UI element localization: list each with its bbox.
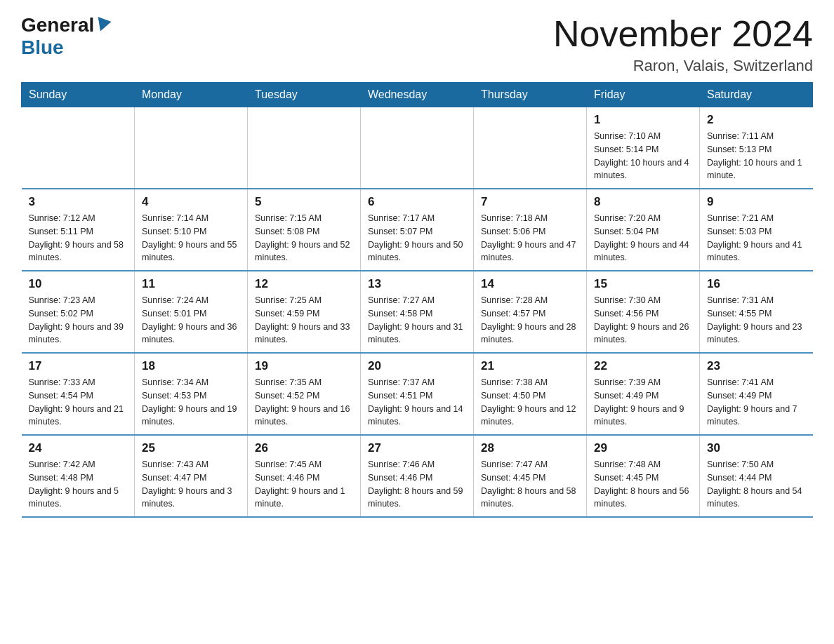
day-number: 27 [368, 441, 466, 455]
calendar-cell: 12Sunrise: 7:25 AMSunset: 4:59 PMDayligh… [248, 271, 361, 353]
day-number: 23 [707, 359, 806, 373]
day-number: 25 [142, 441, 240, 455]
calendar-week-2: 3Sunrise: 7:12 AMSunset: 5:11 PMDaylight… [22, 189, 813, 271]
day-number: 18 [142, 359, 240, 373]
calendar-cell: 3Sunrise: 7:12 AMSunset: 5:11 PMDaylight… [22, 189, 135, 271]
calendar-cell: 7Sunrise: 7:18 AMSunset: 5:06 PMDaylight… [474, 189, 587, 271]
day-info: Sunrise: 7:31 AMSunset: 4:55 PMDaylight:… [707, 294, 806, 347]
day-info: Sunrise: 7:10 AMSunset: 5:14 PMDaylight:… [594, 130, 692, 182]
calendar-cell [474, 107, 587, 189]
day-number: 14 [481, 277, 579, 291]
day-info: Sunrise: 7:45 AMSunset: 4:46 PMDaylight:… [255, 458, 353, 511]
day-number: 17 [29, 359, 128, 373]
day-info: Sunrise: 7:43 AMSunset: 4:47 PMDaylight:… [142, 458, 240, 511]
day-info: Sunrise: 7:41 AMSunset: 4:49 PMDaylight:… [707, 376, 806, 429]
day-number: 3 [29, 195, 128, 209]
day-info: Sunrise: 7:34 AMSunset: 4:53 PMDaylight:… [142, 376, 240, 429]
day-number: 11 [142, 277, 240, 291]
calendar-cell: 4Sunrise: 7:14 AMSunset: 5:10 PMDaylight… [135, 189, 248, 271]
calendar-cell: 28Sunrise: 7:47 AMSunset: 4:45 PMDayligh… [474, 435, 587, 517]
calendar-cell: 15Sunrise: 7:30 AMSunset: 4:56 PMDayligh… [587, 271, 700, 353]
logo-blue-text: Blue [21, 36, 64, 59]
day-info: Sunrise: 7:27 AMSunset: 4:58 PMDaylight:… [368, 294, 466, 347]
day-info: Sunrise: 7:33 AMSunset: 4:54 PMDaylight:… [29, 376, 128, 429]
calendar-cell: 1Sunrise: 7:10 AMSunset: 5:14 PMDaylight… [587, 107, 700, 189]
day-info: Sunrise: 7:30 AMSunset: 4:56 PMDaylight:… [594, 294, 692, 347]
day-info: Sunrise: 7:24 AMSunset: 5:01 PMDaylight:… [142, 294, 240, 347]
calendar-cell: 19Sunrise: 7:35 AMSunset: 4:52 PMDayligh… [248, 353, 361, 435]
calendar-cell: 9Sunrise: 7:21 AMSunset: 5:03 PMDaylight… [700, 189, 813, 271]
day-info: Sunrise: 7:35 AMSunset: 4:52 PMDaylight:… [255, 376, 353, 429]
calendar-cell: 13Sunrise: 7:27 AMSunset: 4:58 PMDayligh… [361, 271, 474, 353]
day-number: 21 [481, 359, 579, 373]
calendar-cell: 17Sunrise: 7:33 AMSunset: 4:54 PMDayligh… [22, 353, 135, 435]
calendar-cell [135, 107, 248, 189]
day-info: Sunrise: 7:14 AMSunset: 5:10 PMDaylight:… [142, 212, 240, 264]
day-number: 6 [368, 195, 466, 209]
day-info: Sunrise: 7:48 AMSunset: 4:45 PMDaylight:… [594, 458, 692, 511]
day-info: Sunrise: 7:21 AMSunset: 5:03 PMDaylight:… [707, 212, 806, 264]
col-header-wednesday: Wednesday [361, 83, 474, 107]
calendar-cell: 22Sunrise: 7:39 AMSunset: 4:49 PMDayligh… [587, 353, 700, 435]
day-info: Sunrise: 7:15 AMSunset: 5:08 PMDaylight:… [255, 212, 353, 264]
logo-blue: Blue [21, 36, 64, 58]
calendar-cell: 6Sunrise: 7:17 AMSunset: 5:07 PMDaylight… [361, 189, 474, 271]
calendar-header-row: SundayMondayTuesdayWednesdayThursdayFrid… [22, 83, 813, 107]
calendar-cell: 20Sunrise: 7:37 AMSunset: 4:51 PMDayligh… [361, 353, 474, 435]
day-info: Sunrise: 7:28 AMSunset: 4:57 PMDaylight:… [481, 294, 579, 347]
calendar-cell: 18Sunrise: 7:34 AMSunset: 4:53 PMDayligh… [135, 353, 248, 435]
day-number: 16 [707, 277, 806, 291]
calendar-week-1: 1Sunrise: 7:10 AMSunset: 5:14 PMDaylight… [22, 107, 813, 189]
day-info: Sunrise: 7:38 AMSunset: 4:50 PMDaylight:… [481, 376, 579, 429]
col-header-sunday: Sunday [22, 83, 135, 107]
calendar-cell: 27Sunrise: 7:46 AMSunset: 4:46 PMDayligh… [361, 435, 474, 517]
logo-general: General [21, 14, 94, 36]
day-info: Sunrise: 7:46 AMSunset: 4:46 PMDaylight:… [368, 458, 466, 511]
day-number: 2 [707, 113, 806, 127]
calendar-cell: 10Sunrise: 7:23 AMSunset: 5:02 PMDayligh… [22, 271, 135, 353]
day-info: Sunrise: 7:47 AMSunset: 4:45 PMDaylight:… [481, 458, 579, 511]
day-number: 4 [142, 195, 240, 209]
calendar-cell: 30Sunrise: 7:50 AMSunset: 4:44 PMDayligh… [700, 435, 813, 517]
calendar-cell: 21Sunrise: 7:38 AMSunset: 4:50 PMDayligh… [474, 353, 587, 435]
col-header-thursday: Thursday [474, 83, 587, 107]
day-number: 20 [368, 359, 466, 373]
col-header-friday: Friday [587, 83, 700, 107]
calendar-cell [22, 107, 135, 189]
day-info: Sunrise: 7:23 AMSunset: 5:02 PMDaylight:… [29, 294, 128, 347]
calendar-cell [361, 107, 474, 189]
calendar-week-4: 17Sunrise: 7:33 AMSunset: 4:54 PMDayligh… [22, 353, 813, 435]
day-info: Sunrise: 7:20 AMSunset: 5:04 PMDaylight:… [594, 212, 692, 264]
day-number: 15 [594, 277, 692, 291]
day-number: 26 [255, 441, 353, 455]
col-header-monday: Monday [135, 83, 248, 107]
day-info: Sunrise: 7:11 AMSunset: 5:13 PMDaylight:… [707, 130, 806, 182]
col-header-saturday: Saturday [700, 83, 813, 107]
calendar-week-3: 10Sunrise: 7:23 AMSunset: 5:02 PMDayligh… [22, 271, 813, 353]
calendar-cell: 8Sunrise: 7:20 AMSunset: 5:04 PMDaylight… [587, 189, 700, 271]
day-number: 13 [368, 277, 466, 291]
day-number: 9 [707, 195, 806, 209]
day-number: 7 [481, 195, 579, 209]
calendar-cell: 14Sunrise: 7:28 AMSunset: 4:57 PMDayligh… [474, 271, 587, 353]
day-number: 19 [255, 359, 353, 373]
day-info: Sunrise: 7:37 AMSunset: 4:51 PMDaylight:… [368, 376, 466, 429]
calendar-title: November 2024 [553, 14, 813, 54]
calendar-cell: 26Sunrise: 7:45 AMSunset: 4:46 PMDayligh… [248, 435, 361, 517]
day-info: Sunrise: 7:25 AMSunset: 4:59 PMDaylight:… [255, 294, 353, 347]
calendar-cell [248, 107, 361, 189]
day-info: Sunrise: 7:18 AMSunset: 5:06 PMDaylight:… [481, 212, 579, 264]
calendar-cell: 29Sunrise: 7:48 AMSunset: 4:45 PMDayligh… [587, 435, 700, 517]
logo-text: General [21, 14, 111, 36]
calendar-cell: 2Sunrise: 7:11 AMSunset: 5:13 PMDaylight… [700, 107, 813, 189]
day-number: 24 [29, 441, 128, 455]
day-number: 29 [594, 441, 692, 455]
calendar-cell: 11Sunrise: 7:24 AMSunset: 5:01 PMDayligh… [135, 271, 248, 353]
day-number: 22 [594, 359, 692, 373]
day-number: 10 [29, 277, 128, 291]
page-header: General Blue November 2024 Raron, Valais… [21, 14, 813, 75]
calendar-cell: 16Sunrise: 7:31 AMSunset: 4:55 PMDayligh… [700, 271, 813, 353]
day-info: Sunrise: 7:50 AMSunset: 4:44 PMDaylight:… [707, 458, 806, 511]
calendar-week-5: 24Sunrise: 7:42 AMSunset: 4:48 PMDayligh… [22, 435, 813, 517]
day-info: Sunrise: 7:42 AMSunset: 4:48 PMDaylight:… [29, 458, 128, 511]
